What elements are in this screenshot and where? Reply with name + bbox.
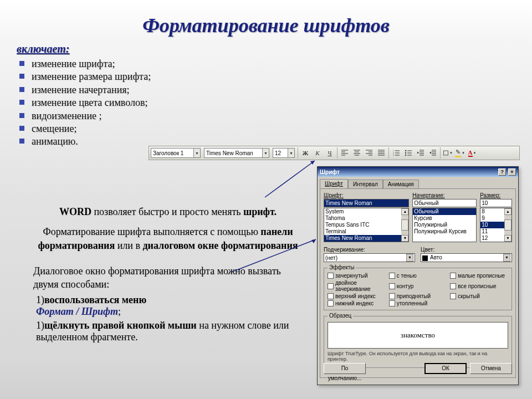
slide-title: Форматирование шрифтов <box>0 0 532 37</box>
size-dropdown[interactable]: 12▼ <box>273 148 295 158</box>
numbered-list-button[interactable]: 123 <box>391 147 402 158</box>
label-font: Шрифт: <box>324 192 409 198</box>
subtitle: включает: <box>17 43 532 55</box>
checkbox-double-strike[interactable]: двойное зачеркивание <box>328 280 386 292</box>
font-input[interactable]: Times New Roman <box>324 199 409 207</box>
checkbox-hidden[interactable]: скрытый <box>450 293 508 299</box>
formatting-toolbar: Заголовок 1▼ Times New Roman▼ 12▼ Ж К Ч … <box>149 146 520 160</box>
label-underline: Подчеркивание: <box>324 247 415 253</box>
separator <box>440 147 441 158</box>
color-dropdown[interactable]: Авто▼ <box>421 253 512 262</box>
bold-button[interactable]: Ж <box>300 147 311 158</box>
font-color-icon: A <box>468 149 473 157</box>
style-input[interactable]: Обычный <box>412 199 477 207</box>
frame-legend: Образец <box>328 313 353 319</box>
list-item[interactable]: System <box>324 208 408 215</box>
arrow-dialog <box>233 238 321 277</box>
menu-path: Формат / Шрифт; <box>36 306 308 318</box>
list-item[interactable]: Terminal <box>324 228 408 235</box>
underline-button[interactable]: Ч <box>324 147 335 158</box>
bullet-item: изменение шрифта; <box>19 58 532 70</box>
checkbox-emboss[interactable]: приподнятый <box>389 293 447 299</box>
dialog-titlebar: Шрифт ? × <box>318 167 518 177</box>
default-button[interactable]: По умолчанию... <box>324 363 366 374</box>
size-input[interactable]: 10 <box>480 199 512 207</box>
font-dialog: Шрифт ? × Шрифт Интервал Анимация Шрифт:… <box>317 166 519 385</box>
tab-animation[interactable]: Анимация <box>383 180 419 189</box>
list-item[interactable]: Tahoma <box>324 215 408 222</box>
label-color: Цвет: <box>421 247 512 253</box>
list-item[interactable]: Обычный <box>413 208 476 215</box>
step-1: 1)воспользоваться меню <box>36 294 308 306</box>
list-item[interactable]: Tempus Sans ITC <box>324 222 408 228</box>
highlight-button[interactable]: ✎▼ <box>454 147 466 158</box>
chevron-down-icon: ▼ <box>503 254 510 262</box>
chevron-down-icon: ▼ <box>262 149 269 157</box>
svg-rect-6 <box>444 151 448 155</box>
tab-font[interactable]: Шрифт <box>320 179 348 188</box>
separator <box>298 147 298 158</box>
list-item[interactable]: Полужирный Курсив <box>413 228 476 235</box>
checkbox-outline[interactable]: контур <box>389 280 447 292</box>
list-item[interactable]: Times New Roman <box>324 235 408 242</box>
italic-button[interactable]: К <box>312 147 323 158</box>
chevron-down-icon: ▼ <box>193 149 200 157</box>
ok-button[interactable]: ОК <box>424 363 467 374</box>
svg-marker-10 <box>311 239 316 243</box>
align-center-button[interactable] <box>351 147 362 158</box>
bullet-item: изменение размера шрифта; <box>19 70 532 83</box>
checkbox-engrave[interactable]: утопленный <box>389 300 447 306</box>
help-button[interactable]: ? <box>498 168 506 176</box>
checkbox-subscript[interactable]: нижний индекс <box>328 300 386 306</box>
bullet-item: видоизменение ; <box>19 110 532 122</box>
bullet-item: изменение начертания; <box>19 84 532 96</box>
font-dropdown[interactable]: Times New Roman▼ <box>204 148 269 158</box>
scrollbar[interactable]: ▲▼ <box>504 208 511 242</box>
tab-panel: Шрифт: Times New Roman System Tahoma Tem… <box>320 188 516 378</box>
font-hint: Шрифт TrueType. Он используется для выво… <box>328 351 508 362</box>
borders-button[interactable]: ▼ <box>442 147 453 158</box>
font-listbox[interactable]: System Tahoma Tempus Sans ITC Terminal T… <box>324 208 409 242</box>
label-size: Размер: <box>480 192 512 198</box>
list-item[interactable]: Курсив <box>413 215 476 222</box>
preview-text: знакомство <box>328 322 508 349</box>
align-left-button[interactable] <box>339 147 350 158</box>
svg-line-9 <box>233 239 316 272</box>
list-item[interactable]: Полужирный <box>413 222 476 228</box>
decrease-indent-button[interactable] <box>415 147 426 158</box>
separator <box>388 147 389 158</box>
checkbox-superscript[interactable]: верхний индекс <box>328 293 386 299</box>
svg-point-5 <box>405 155 406 156</box>
style-listbox[interactable]: Обычный Курсив Полужирный Полужирный Кур… <box>412 208 477 242</box>
font-color-button[interactable]: A▼ <box>467 147 478 158</box>
tab-interval[interactable]: Интервал <box>348 180 383 189</box>
label-style: Начертание: <box>412 192 477 198</box>
scrollbar[interactable]: ▲▼ <box>401 208 408 242</box>
cancel-button[interactable]: Отмена <box>470 363 512 374</box>
svg-marker-8 <box>310 161 315 165</box>
style-dropdown[interactable]: Заголовок 1▼ <box>151 148 201 158</box>
paragraph-word: WORD позволяет быстро и просто менять шр… <box>33 205 303 218</box>
underline-dropdown[interactable]: (нет)▼ <box>324 253 415 262</box>
checkbox-shadow[interactable]: с тенью <box>389 273 447 279</box>
chevron-down-icon: ▼ <box>406 254 413 262</box>
size-listbox[interactable]: 8 9 10 11 12 ▲▼ <box>480 208 512 242</box>
increase-indent-button[interactable] <box>427 147 438 158</box>
separator <box>337 147 337 158</box>
size-value: 12 <box>275 150 281 156</box>
checkbox-allcaps[interactable]: все прописные <box>450 280 508 292</box>
bullet-list: изменение шрифта; изменение размера шриф… <box>19 58 532 149</box>
svg-point-3 <box>405 150 406 151</box>
bullet-item: изменение цвета символов; <box>19 96 532 109</box>
effects-frame: Эффекты зачеркнутый с тенью малые пропис… <box>324 268 512 310</box>
align-justify-button[interactable] <box>376 147 387 158</box>
svg-line-7 <box>265 161 315 197</box>
step-2: 1)щёлкнуть правой кнопкой мыши на нужном… <box>36 320 308 343</box>
font-value: Times New Roman <box>206 150 253 156</box>
close-button[interactable]: × <box>508 168 516 176</box>
bulleted-list-button[interactable] <box>403 147 414 158</box>
checkbox-strikethrough[interactable]: зачеркнутый <box>328 273 386 279</box>
align-right-button[interactable] <box>364 147 375 158</box>
checkbox-smallcaps[interactable]: малые прописные <box>450 273 508 279</box>
svg-text:3: 3 <box>393 154 394 156</box>
